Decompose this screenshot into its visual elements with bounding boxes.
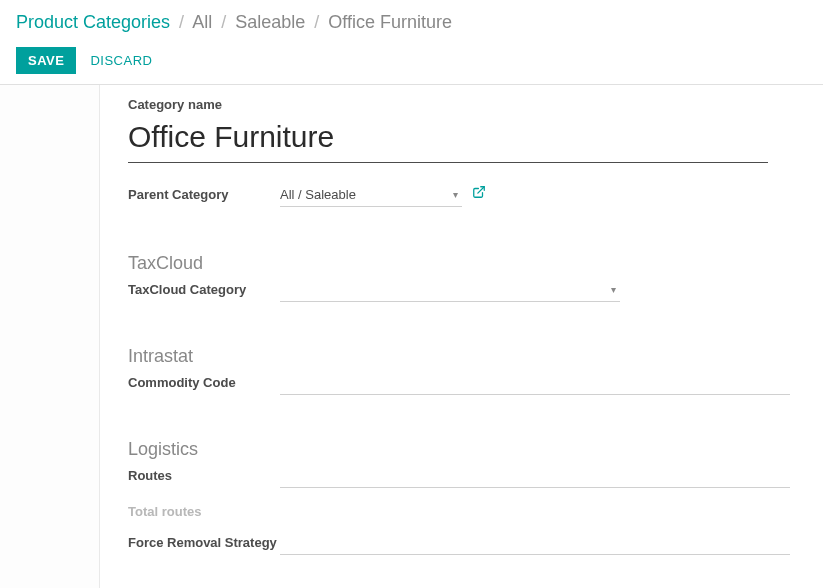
routes-input[interactable] bbox=[280, 466, 790, 488]
category-name-label: Category name bbox=[128, 97, 795, 112]
routes-label: Routes bbox=[128, 466, 280, 483]
parent-category-input[interactable] bbox=[280, 185, 462, 207]
section-taxcloud-title: TaxCloud bbox=[128, 253, 795, 274]
external-link-icon[interactable] bbox=[472, 185, 486, 199]
breadcrumb-item-current: Office Furniture bbox=[328, 12, 452, 32]
breadcrumb: Product Categories / All / Saleable / Of… bbox=[16, 12, 807, 33]
taxcloud-category-label: TaxCloud Category bbox=[128, 280, 280, 297]
category-name-input[interactable] bbox=[128, 118, 768, 163]
taxcloud-category-input[interactable] bbox=[280, 280, 620, 302]
parent-category-label: Parent Category bbox=[128, 185, 280, 202]
breadcrumb-sep: / bbox=[221, 12, 226, 32]
total-routes-label: Total routes bbox=[128, 502, 280, 519]
breadcrumb-item-all: All bbox=[192, 12, 212, 32]
svg-line-0 bbox=[478, 187, 484, 193]
breadcrumb-sep: / bbox=[314, 12, 319, 32]
discard-button[interactable]: DISCARD bbox=[90, 53, 152, 68]
left-gutter bbox=[0, 85, 100, 588]
breadcrumb-item-saleable: Saleable bbox=[235, 12, 305, 32]
form-sheet: Category name Parent Category ▾ TaxCloud… bbox=[100, 85, 823, 588]
force-removal-label: Force Removal Strategy bbox=[128, 533, 280, 550]
breadcrumb-sep: / bbox=[179, 12, 184, 32]
section-logistics-title: Logistics bbox=[128, 439, 795, 460]
section-intrastat-title: Intrastat bbox=[128, 346, 795, 367]
commodity-code-input[interactable] bbox=[280, 373, 790, 395]
force-removal-input[interactable] bbox=[280, 533, 790, 555]
save-button[interactable]: SAVE bbox=[16, 47, 76, 74]
breadcrumb-root-link[interactable]: Product Categories bbox=[16, 12, 170, 32]
commodity-code-label: Commodity Code bbox=[128, 373, 280, 390]
